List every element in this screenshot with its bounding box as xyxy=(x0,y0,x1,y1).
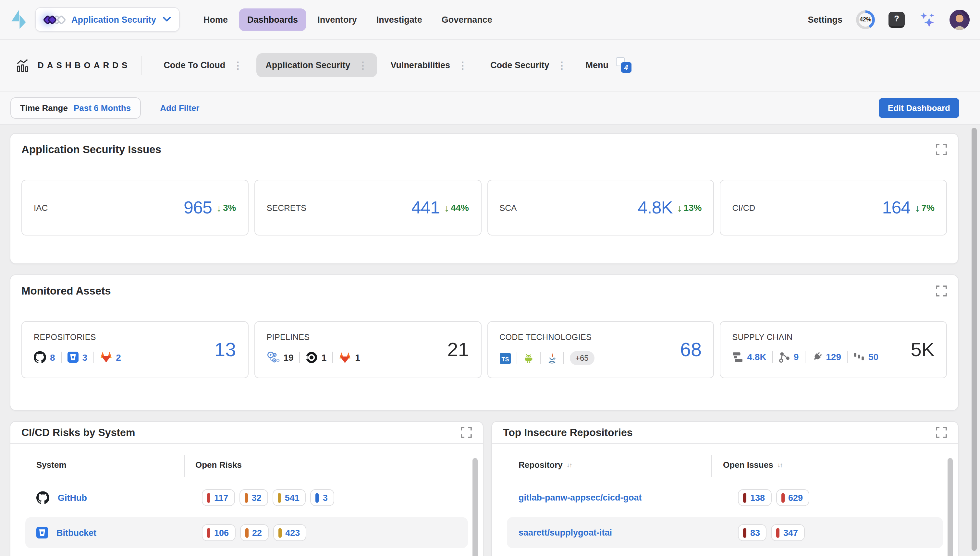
expand-icon[interactable] xyxy=(936,144,947,155)
table-row-bitbucket[interactable]: Bitbucket 106 22 423 xyxy=(25,517,468,548)
table-header: Repository ↓↑ Open Issues ↓↑ xyxy=(492,460,958,473)
panel-monitored-assets: Monitored Assets REPOSITORIES 8 3 2 13 xyxy=(10,275,959,411)
progress-value: 42% xyxy=(860,16,871,23)
nav-investigate[interactable]: Investigate xyxy=(368,8,431,31)
risk-count-badge[interactable]: 541 xyxy=(273,489,306,506)
trend-down-icon: ↓ xyxy=(444,202,450,214)
risk-count-badge[interactable]: 423 xyxy=(273,524,306,541)
time-range-filter[interactable]: Time Range Past 6 Months xyxy=(10,97,141,118)
ai-sparkles-icon[interactable] xyxy=(919,11,936,28)
avatar[interactable] xyxy=(949,10,970,29)
table-scrollbar[interactable] xyxy=(948,458,953,556)
repository-link[interactable]: saarett/supplygoat-itai xyxy=(519,528,612,538)
risk-count-badge[interactable]: 3 xyxy=(310,489,334,506)
system-link[interactable]: GitHub xyxy=(58,493,87,503)
kebab-menu-icon[interactable]: ⋮ xyxy=(233,60,243,70)
kebab-menu-icon[interactable]: ⋮ xyxy=(557,60,567,70)
expand-icon[interactable] xyxy=(936,427,947,438)
asset-total: 21 xyxy=(447,339,469,361)
fork-icon xyxy=(779,351,790,362)
panel-title: CI/CD Risks by System xyxy=(21,427,135,438)
nav-dashboards[interactable]: Dashboards xyxy=(239,8,306,31)
kebab-menu-icon[interactable]: ⋮ xyxy=(358,60,368,70)
tab-code-to-cloud[interactable]: Code To Cloud ⋮ xyxy=(154,53,252,77)
panel-application-security-issues: Application Security Issues IAC 965 ↓ 3%… xyxy=(10,133,959,264)
column-repository[interactable]: Repository ↓↑ xyxy=(519,460,572,470)
settings-link[interactable]: Settings xyxy=(808,15,843,24)
circleci-icon xyxy=(306,352,318,363)
bitbucket-icon xyxy=(36,527,48,538)
asset-card-supply-chain[interactable]: SUPPLY CHAIN 4.8K 9 129 50 5K xyxy=(720,321,947,378)
metric-card-iac[interactable]: IAC 965 ↓ 3% xyxy=(21,180,249,236)
column-system[interactable]: System xyxy=(36,460,66,470)
time-range-value: Past 6 Months xyxy=(74,103,131,113)
expand-icon[interactable] xyxy=(461,427,472,438)
module-diamonds-icon xyxy=(44,16,65,23)
column-open-issues[interactable]: Open Issues ↓↑ xyxy=(723,460,783,470)
asset-card-code-technologies[interactable]: CODE TECHNOLOGIES +65 68 xyxy=(487,321,714,378)
progress-ring[interactable]: 42% xyxy=(856,10,875,29)
trend-down-icon: ↓ xyxy=(677,202,682,214)
issue-count-badge[interactable]: 83 xyxy=(738,524,767,541)
nav-home[interactable]: Home xyxy=(195,8,236,31)
dashboards-chart-icon xyxy=(17,59,30,72)
page-scrollbar[interactable] xyxy=(972,128,977,551)
typescript-icon xyxy=(500,352,511,364)
risk-count-badge[interactable]: 106 xyxy=(202,524,235,541)
issue-count-badge[interactable]: 138 xyxy=(738,489,771,506)
panel-title: Monitored Assets xyxy=(21,285,111,297)
prisma-cloud-logo-icon[interactable] xyxy=(10,10,27,29)
add-filter-button[interactable]: Add Filter xyxy=(160,103,199,113)
github-icon xyxy=(34,351,46,363)
tab-application-security[interactable]: Application Security ⋮ xyxy=(256,53,377,77)
expand-icon[interactable] xyxy=(936,286,947,296)
risk-count-badge[interactable]: 117 xyxy=(202,489,235,506)
kebab-menu-icon[interactable]: ⋮ xyxy=(458,60,467,70)
tabs-overflow-menu[interactable]: Menu 4 xyxy=(586,57,632,73)
java-icon xyxy=(546,352,557,364)
dashboards-brand: DASHBOARDS xyxy=(17,59,131,72)
edit-dashboard-button[interactable]: Edit Dashboard xyxy=(879,98,959,118)
tab-vulnerabilities[interactable]: Vulnerabilities ⋮ xyxy=(381,53,477,77)
top-nav: Application Security Home Dashboards Inv… xyxy=(0,0,980,40)
module-selector[interactable]: Application Security xyxy=(35,7,180,32)
risk-count-badge[interactable]: 32 xyxy=(239,489,268,506)
risk-count-badge[interactable]: 22 xyxy=(240,524,268,541)
help-icon[interactable]: ? xyxy=(888,11,905,27)
sort-icon[interactable]: ↓↑ xyxy=(777,461,783,469)
sort-icon[interactable]: ↓↑ xyxy=(567,461,572,469)
nav-governance[interactable]: Governance xyxy=(433,8,501,31)
filter-bar: Time Range Past 6 Months Add Filter Edit… xyxy=(0,92,980,124)
repository-link[interactable]: gitlab-panw-appsec/cicd-goat xyxy=(519,493,642,503)
main-nav: Home Dashboards Inventory Investigate Go… xyxy=(195,8,501,31)
asset-card-pipelines[interactable]: PIPELINES 19 1 1 21 xyxy=(254,321,482,378)
metric-card-secrets[interactable]: SECRETS 441 ↓ 44% xyxy=(254,180,482,236)
asset-total: 68 xyxy=(680,339,702,361)
asset-total: 5K xyxy=(911,339,935,361)
github-icon xyxy=(36,491,49,504)
issue-count-badge[interactable]: 347 xyxy=(771,524,804,541)
metric-card-sca[interactable]: SCA 4.8K ↓ 13% xyxy=(487,180,714,236)
blocks-icon xyxy=(854,351,865,362)
chevron-down-icon xyxy=(163,17,170,22)
panel-top-insecure-repositories: Top Insecure Repositories Repository ↓↑ … xyxy=(491,421,959,556)
system-link[interactable]: Bitbucket xyxy=(57,528,96,538)
gitlab-icon xyxy=(339,351,351,364)
dashboards-bar: DASHBOARDS Code To Cloud ⋮ Application S… xyxy=(0,40,980,92)
nav-inventory[interactable]: Inventory xyxy=(309,8,365,31)
table-row-repo[interactable]: saarett/supplygoat-itai 83 347 xyxy=(507,517,943,548)
dashboard-content: Application Security Issues IAC 965 ↓ 3%… xyxy=(0,124,980,556)
tab-code-security[interactable]: Code Security ⋮ xyxy=(481,53,576,77)
table-row-repo[interactable]: gitlab-panw-appsec/cicd-goat 138 629 xyxy=(507,482,943,513)
table-row-github[interactable]: GitHub 117 32 541 3 xyxy=(25,482,468,513)
more-technologies-badge[interactable]: +65 xyxy=(569,351,595,365)
app-root: Application Security Home Dashboards Inv… xyxy=(0,0,980,556)
asset-card-repositories[interactable]: REPOSITORIES 8 3 2 13 xyxy=(21,321,249,378)
column-open-risks[interactable]: Open Risks xyxy=(196,460,242,470)
table-scrollbar[interactable] xyxy=(472,458,478,556)
metric-card-cicd[interactable]: CI/CD 164 ↓ 7% xyxy=(720,180,947,236)
panel-cicd-risks-by-system: CI/CD Risks by System System Open Risks … xyxy=(10,421,484,556)
android-icon xyxy=(523,352,534,364)
issue-count-badge[interactable]: 629 xyxy=(776,489,809,506)
gitlab-icon xyxy=(100,351,112,363)
